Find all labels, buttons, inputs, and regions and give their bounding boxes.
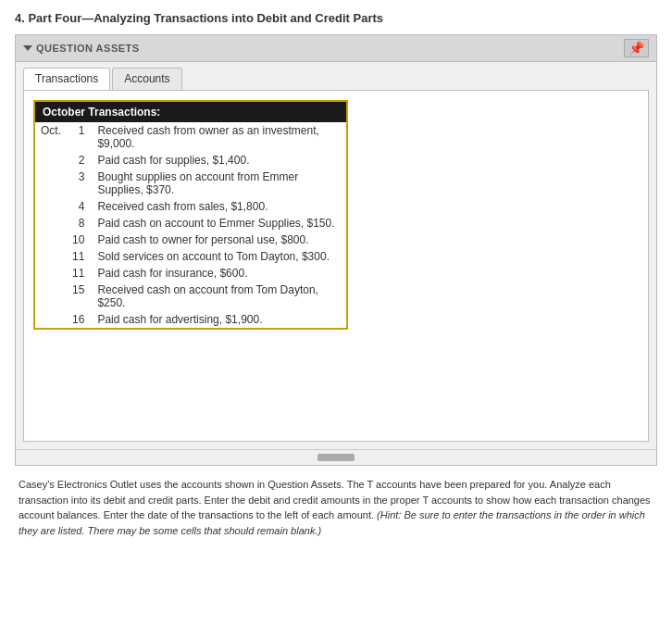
- scrollbar-area[interactable]: [16, 449, 656, 465]
- table-row: 15Received cash on account from Tom Dayt…: [35, 282, 346, 311]
- question-assets-label: QUESTION ASSETS: [36, 43, 140, 54]
- tab-content-area: October Transactions: Oct.1Received cash…: [23, 90, 649, 442]
- tab-transactions[interactable]: Transactions: [23, 68, 110, 90]
- question-assets-panel: QUESTION ASSETS 📌 Transactions Accounts …: [15, 34, 657, 466]
- table-row: Oct.1Received cash from owner as an inve…: [35, 122, 346, 152]
- tabs-row: Transactions Accounts: [16, 62, 656, 90]
- collapse-icon[interactable]: [23, 45, 32, 51]
- pin-icon[interactable]: 📌: [624, 39, 649, 57]
- transactions-header: October Transactions:: [35, 102, 346, 122]
- transactions-wrapper: October Transactions: Oct.1Received cash…: [33, 100, 348, 330]
- table-row: 11Paid cash for insurance, $600.: [35, 265, 346, 282]
- page-title: 4. Part Four—Analyzing Transactions into…: [15, 11, 657, 25]
- table-row: 11Sold services on account to Tom Dayton…: [35, 248, 346, 265]
- table-row: 2Paid cash for supplies, $1,400.: [35, 152, 346, 169]
- scrollbar-handle[interactable]: [317, 454, 355, 461]
- page-container: 4. Part Four—Analyzing Transactions into…: [0, 0, 672, 549]
- table-row: 8Paid cash on account to Emmer Supplies,…: [35, 215, 346, 232]
- tab-accounts[interactable]: Accounts: [112, 68, 181, 90]
- footer-text: Casey's Electronics Outlet uses the acco…: [15, 477, 657, 538]
- question-assets-header: QUESTION ASSETS 📌: [16, 35, 656, 62]
- table-row: 3Bought supplies on account from Emmer S…: [35, 169, 346, 198]
- transactions-table: Oct.1Received cash from owner as an inve…: [35, 122, 346, 328]
- question-assets-title-row: QUESTION ASSETS: [23, 43, 140, 54]
- table-row: 16Paid cash for advertising, $1,900.: [35, 311, 346, 328]
- table-row: 4Received cash from sales, $1,800.: [35, 198, 346, 215]
- table-row: 10Paid cash to owner for personal use, $…: [35, 232, 346, 248]
